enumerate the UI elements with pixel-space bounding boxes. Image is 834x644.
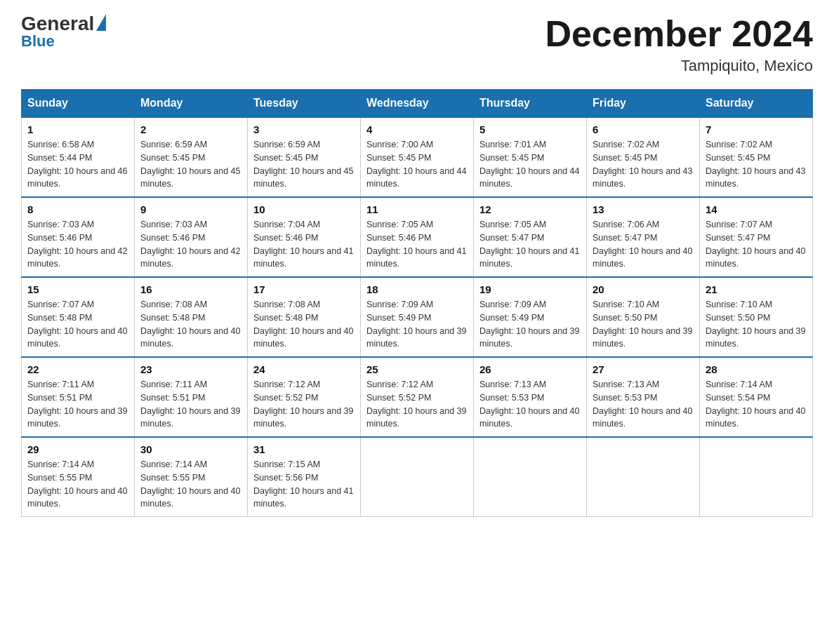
- table-row: 19 Sunrise: 7:09 AM Sunset: 5:49 PM Dayl…: [474, 277, 587, 357]
- table-row: 20 Sunrise: 7:10 AM Sunset: 5:50 PM Dayl…: [587, 277, 700, 357]
- table-row: 11 Sunrise: 7:05 AM Sunset: 5:46 PM Dayl…: [361, 197, 474, 277]
- day-number: 9: [140, 203, 241, 215]
- day-number: 20: [593, 283, 694, 295]
- col-header-wednesday: Wednesday: [361, 90, 474, 118]
- day-info: Sunrise: 7:10 AM Sunset: 5:50 PM Dayligh…: [706, 298, 807, 351]
- table-row: 10 Sunrise: 7:04 AM Sunset: 5:46 PM Dayl…: [248, 197, 361, 277]
- day-info: Sunrise: 7:02 AM Sunset: 5:45 PM Dayligh…: [593, 138, 694, 191]
- table-row: 1 Sunrise: 6:58 AM Sunset: 5:44 PM Dayli…: [22, 117, 135, 197]
- day-info: Sunrise: 7:08 AM Sunset: 5:48 PM Dayligh…: [253, 298, 355, 351]
- day-info: Sunrise: 7:10 AM Sunset: 5:50 PM Dayligh…: [593, 298, 694, 351]
- day-number: 31: [253, 443, 355, 455]
- day-number: 28: [706, 363, 807, 375]
- calendar-week-row: 1 Sunrise: 6:58 AM Sunset: 5:44 PM Dayli…: [22, 117, 813, 197]
- day-number: 7: [706, 123, 807, 135]
- table-row: 15 Sunrise: 7:07 AM Sunset: 5:48 PM Dayl…: [22, 277, 135, 357]
- table-row: [587, 437, 700, 517]
- day-info: Sunrise: 7:00 AM Sunset: 5:45 PM Dayligh…: [366, 138, 468, 191]
- day-info: Sunrise: 7:09 AM Sunset: 5:49 PM Dayligh…: [366, 298, 468, 351]
- table-row: 28 Sunrise: 7:14 AM Sunset: 5:54 PM Dayl…: [700, 357, 813, 437]
- day-number: 5: [479, 123, 581, 135]
- day-number: 27: [593, 363, 694, 375]
- table-row: 6 Sunrise: 7:02 AM Sunset: 5:45 PM Dayli…: [587, 117, 700, 197]
- page-header: General Blue December 2024 Tampiquito, M…: [21, 14, 813, 75]
- table-row: 9 Sunrise: 7:03 AM Sunset: 5:46 PM Dayli…: [135, 197, 248, 277]
- day-info: Sunrise: 7:04 AM Sunset: 5:46 PM Dayligh…: [253, 218, 355, 271]
- day-number: 10: [253, 203, 355, 215]
- table-row: 7 Sunrise: 7:02 AM Sunset: 5:45 PM Dayli…: [700, 117, 813, 197]
- day-number: 23: [140, 363, 241, 375]
- table-row: [361, 437, 474, 517]
- day-number: 4: [366, 123, 468, 135]
- table-row: 31 Sunrise: 7:15 AM Sunset: 5:56 PM Dayl…: [248, 437, 361, 517]
- day-number: 3: [253, 123, 355, 135]
- col-header-saturday: Saturday: [700, 90, 813, 118]
- location-subtitle: Tampiquito, Mexico: [545, 57, 813, 75]
- table-row: [474, 437, 587, 517]
- day-info: Sunrise: 7:14 AM Sunset: 5:55 PM Dayligh…: [27, 458, 128, 511]
- calendar-week-row: 15 Sunrise: 7:07 AM Sunset: 5:48 PM Dayl…: [22, 277, 813, 357]
- table-row: [700, 437, 813, 517]
- day-number: 18: [366, 283, 468, 295]
- day-info: Sunrise: 6:58 AM Sunset: 5:44 PM Dayligh…: [27, 138, 128, 191]
- day-number: 2: [140, 123, 241, 135]
- day-number: 29: [27, 443, 128, 455]
- day-number: 26: [479, 363, 581, 375]
- col-header-sunday: Sunday: [22, 90, 135, 118]
- day-number: 14: [706, 203, 807, 215]
- col-header-friday: Friday: [587, 90, 700, 118]
- calendar-header-row: Sunday Monday Tuesday Wednesday Thursday…: [22, 90, 813, 118]
- day-info: Sunrise: 7:13 AM Sunset: 5:53 PM Dayligh…: [593, 378, 694, 431]
- day-number: 30: [140, 443, 241, 455]
- day-info: Sunrise: 7:02 AM Sunset: 5:45 PM Dayligh…: [706, 138, 807, 191]
- table-row: 29 Sunrise: 7:14 AM Sunset: 5:55 PM Dayl…: [22, 437, 135, 517]
- col-header-monday: Monday: [135, 90, 248, 118]
- table-row: 2 Sunrise: 6:59 AM Sunset: 5:45 PM Dayli…: [135, 117, 248, 197]
- title-block: December 2024 Tampiquito, Mexico: [545, 14, 813, 75]
- day-info: Sunrise: 7:11 AM Sunset: 5:51 PM Dayligh…: [140, 378, 241, 431]
- col-header-thursday: Thursday: [474, 90, 587, 118]
- table-row: 12 Sunrise: 7:05 AM Sunset: 5:47 PM Dayl…: [474, 197, 587, 277]
- table-row: 25 Sunrise: 7:12 AM Sunset: 5:52 PM Dayl…: [361, 357, 474, 437]
- table-row: 8 Sunrise: 7:03 AM Sunset: 5:46 PM Dayli…: [22, 197, 135, 277]
- day-number: 21: [706, 283, 807, 295]
- day-number: 13: [593, 203, 694, 215]
- col-header-tuesday: Tuesday: [248, 90, 361, 118]
- day-info: Sunrise: 7:11 AM Sunset: 5:51 PM Dayligh…: [27, 378, 128, 431]
- day-number: 15: [27, 283, 128, 295]
- calendar-week-row: 29 Sunrise: 7:14 AM Sunset: 5:55 PM Dayl…: [22, 437, 813, 517]
- day-info: Sunrise: 7:07 AM Sunset: 5:47 PM Dayligh…: [706, 218, 807, 271]
- day-number: 11: [366, 203, 468, 215]
- day-info: Sunrise: 7:03 AM Sunset: 5:46 PM Dayligh…: [140, 218, 241, 271]
- table-row: 24 Sunrise: 7:12 AM Sunset: 5:52 PM Dayl…: [248, 357, 361, 437]
- day-info: Sunrise: 6:59 AM Sunset: 5:45 PM Dayligh…: [253, 138, 355, 191]
- day-number: 6: [593, 123, 694, 135]
- day-number: 12: [479, 203, 581, 215]
- calendar-week-row: 22 Sunrise: 7:11 AM Sunset: 5:51 PM Dayl…: [22, 357, 813, 437]
- day-number: 24: [253, 363, 355, 375]
- logo-general-text: General: [21, 14, 94, 34]
- table-row: 18 Sunrise: 7:09 AM Sunset: 5:49 PM Dayl…: [361, 277, 474, 357]
- logo: General Blue: [21, 14, 106, 49]
- table-row: 4 Sunrise: 7:00 AM Sunset: 5:45 PM Dayli…: [361, 117, 474, 197]
- table-row: 23 Sunrise: 7:11 AM Sunset: 5:51 PM Dayl…: [135, 357, 248, 437]
- table-row: 17 Sunrise: 7:08 AM Sunset: 5:48 PM Dayl…: [248, 277, 361, 357]
- table-row: 27 Sunrise: 7:13 AM Sunset: 5:53 PM Dayl…: [587, 357, 700, 437]
- day-info: Sunrise: 7:05 AM Sunset: 5:47 PM Dayligh…: [479, 218, 581, 271]
- table-row: 3 Sunrise: 6:59 AM Sunset: 5:45 PM Dayli…: [248, 117, 361, 197]
- day-info: Sunrise: 7:03 AM Sunset: 5:46 PM Dayligh…: [27, 218, 128, 271]
- day-info: Sunrise: 6:59 AM Sunset: 5:45 PM Dayligh…: [140, 138, 241, 191]
- day-info: Sunrise: 7:09 AM Sunset: 5:49 PM Dayligh…: [479, 298, 581, 351]
- table-row: 26 Sunrise: 7:13 AM Sunset: 5:53 PM Dayl…: [474, 357, 587, 437]
- day-number: 19: [479, 283, 581, 295]
- day-number: 8: [27, 203, 128, 215]
- table-row: 21 Sunrise: 7:10 AM Sunset: 5:50 PM Dayl…: [700, 277, 813, 357]
- table-row: 14 Sunrise: 7:07 AM Sunset: 5:47 PM Dayl…: [700, 197, 813, 277]
- table-row: 30 Sunrise: 7:14 AM Sunset: 5:55 PM Dayl…: [135, 437, 248, 517]
- day-number: 25: [366, 363, 468, 375]
- day-info: Sunrise: 7:01 AM Sunset: 5:45 PM Dayligh…: [479, 138, 581, 191]
- day-info: Sunrise: 7:12 AM Sunset: 5:52 PM Dayligh…: [253, 378, 355, 431]
- logo-blue-text: Blue: [21, 34, 106, 49]
- day-info: Sunrise: 7:07 AM Sunset: 5:48 PM Dayligh…: [27, 298, 128, 351]
- day-info: Sunrise: 7:14 AM Sunset: 5:55 PM Dayligh…: [140, 458, 241, 511]
